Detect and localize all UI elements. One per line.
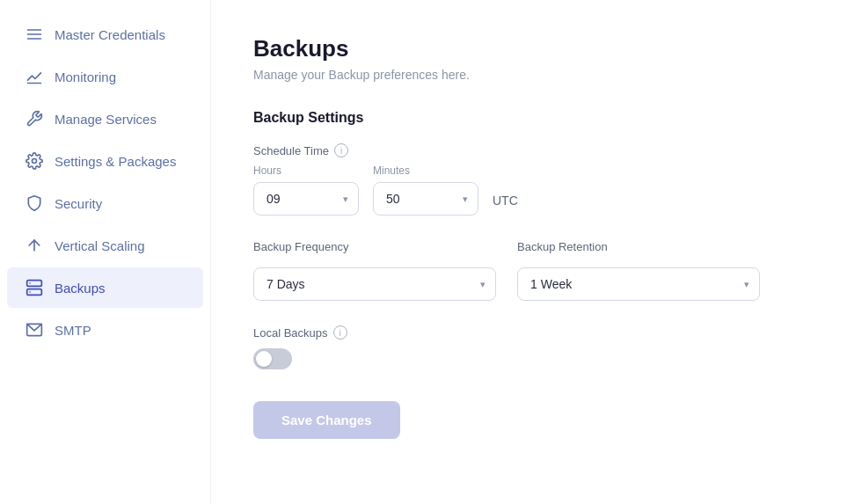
schedule-time-info-icon[interactable]: i (334, 143, 348, 157)
sidebar-item-monitoring[interactable]: Monitoring (7, 56, 203, 97)
sidebar-item-manage-services[interactable]: Manage Services (7, 99, 203, 139)
local-backups-toggle-wrapper (253, 348, 805, 373)
sidebar-item-security[interactable]: Security (7, 183, 203, 223)
minutes-group: Minutes 50 001020 3040 ▾ (373, 164, 478, 215)
local-backups-label: Local Backups i (253, 325, 805, 340)
backup-retention-label: Backup Retention (517, 240, 760, 253)
hours-group: Hours 09 000102 030405 060708 101112 131… (253, 164, 359, 215)
local-backups-info-icon[interactable]: i (333, 325, 347, 340)
local-backups-section: Local Backups i (253, 325, 805, 373)
save-changes-button[interactable]: Save Changes (253, 401, 400, 439)
sidebar-item-label: Settings & Packages (55, 154, 176, 169)
sidebar-item-settings-packages[interactable]: Settings & Packages (7, 141, 203, 181)
utc-label: UTC (493, 172, 518, 208)
sidebar-item-label: Monitoring (55, 69, 116, 84)
sidebar-item-label: Vertical Scaling (55, 238, 145, 253)
backup-frequency-label: Backup Frequency (253, 240, 496, 253)
sidebar-item-vertical-scaling[interactable]: Vertical Scaling (7, 225, 203, 266)
sidebar-item-label: Manage Services (55, 112, 157, 127)
menu-icon (25, 25, 44, 44)
backup-frequency-group: Backup Frequency 7 Days 1 Day 3 Days 14 … (253, 240, 496, 301)
sidebar-item-label: Backups (55, 281, 106, 296)
sidebar-item-master-credentials[interactable]: Master Credentials (7, 14, 203, 55)
schedule-time-label: Schedule Time i (253, 143, 805, 157)
local-backups-toggle[interactable] (253, 348, 292, 369)
main-content: Backups Manage your Backup preferences h… (211, 0, 847, 504)
backup-settings-title: Backup Settings (253, 110, 805, 126)
gear-icon (25, 151, 44, 171)
minutes-select-wrapper: 50 001020 3040 ▾ (373, 182, 478, 215)
sidebar-item-smtp[interactable]: SMTP (7, 310, 203, 350)
backup-retention-group: Backup Retention 1 Week 1 Day 3 Days 2 W… (517, 240, 760, 301)
sidebar-item-label: SMTP (55, 323, 91, 338)
frequency-select[interactable]: 7 Days 1 Day 3 Days 14 Days 30 Days (253, 267, 496, 301)
svg-point-4 (33, 159, 37, 164)
sidebar-item-label: Master Credentials (55, 27, 165, 42)
hours-label: Hours (253, 164, 359, 177)
chart-icon (25, 67, 44, 86)
shield-icon (25, 194, 44, 213)
retention-select[interactable]: 1 Week 1 Day 3 Days 2 Weeks 1 Month (517, 267, 760, 301)
sidebar: Master Credentials Monitoring Manage Ser… (0, 0, 211, 504)
frequency-select-wrapper: 7 Days 1 Day 3 Days 14 Days 30 Days ▾ (253, 267, 496, 301)
hours-select[interactable]: 09 000102 030405 060708 101112 131415 16… (253, 182, 359, 215)
sidebar-item-backups[interactable]: Backups (7, 267, 203, 308)
sidebar-item-label: Security (55, 196, 102, 211)
page-title: Backups (253, 35, 805, 62)
retention-select-wrapper: 1 Week 1 Day 3 Days 2 Weeks 1 Month ▾ (517, 267, 760, 301)
hours-select-wrapper: 09 000102 030405 060708 101112 131415 16… (253, 182, 359, 215)
schedule-row: Hours 09 000102 030405 060708 101112 131… (253, 164, 805, 215)
mail-icon (25, 320, 44, 340)
backups-icon (25, 278, 44, 297)
arrow-up-icon (25, 236, 44, 255)
page-subtitle: Manage your Backup preferences here. (253, 68, 805, 82)
freq-retention-row: Backup Frequency 7 Days 1 Day 3 Days 14 … (253, 240, 805, 301)
minutes-select[interactable]: 50 001020 3040 (373, 182, 478, 215)
wrench-icon (25, 109, 44, 128)
minutes-label: Minutes (373, 164, 478, 177)
